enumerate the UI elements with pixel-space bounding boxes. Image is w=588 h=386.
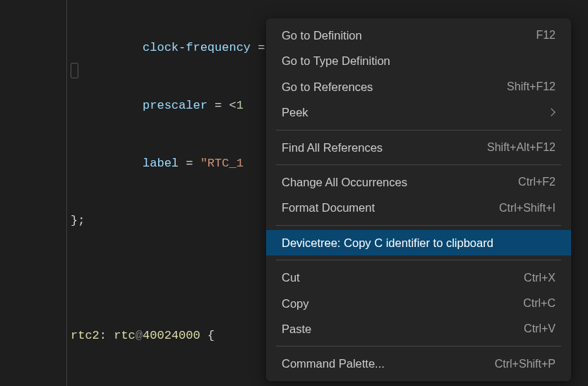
- menu-item-label: Find All References: [282, 138, 383, 157]
- menu-item-label: Format Document: [282, 198, 375, 217]
- code-string: "RTC_1: [200, 157, 244, 170]
- menu-item-shortcut: Ctrl+X: [524, 269, 556, 287]
- menu-item-shortcut: Ctrl+Shift+P: [495, 355, 556, 373]
- menu-item-label: Go to Type Definition: [282, 52, 390, 70]
- menu-item-devicetree-copy-c-identifier-to-clipboard[interactable]: Devicetree: Copy C identifier to clipboa…: [266, 230, 571, 255]
- code-label: rtc2: [71, 329, 100, 342]
- menu-item-label: Cut: [282, 268, 300, 287]
- menu-item-change-all-occurrences[interactable]: Change All OccurrencesCtrl+F2: [266, 169, 571, 195]
- chevron-right-icon: [547, 109, 555, 116]
- menu-item-shortcut: Shift+F12: [507, 78, 556, 96]
- code-punct: :: [100, 329, 114, 342]
- menu-item-go-to-definition[interactable]: Go to DefinitionF12: [266, 23, 571, 48]
- menu-item-shortcut: Shift+Alt+F12: [487, 138, 556, 157]
- menu-item-shortcut: Ctrl+F2: [518, 173, 556, 191]
- menu-item-find-all-references[interactable]: Find All ReferencesShift+Alt+F12: [266, 135, 571, 160]
- code-attr: clock-frequency: [143, 41, 251, 54]
- code-brace-close: };: [71, 214, 85, 227]
- menu-separator: [276, 130, 561, 131]
- menu-separator: [276, 260, 561, 260]
- menu-item-peek[interactable]: Peek: [266, 99, 571, 125]
- menu-separator: [276, 225, 561, 226]
- code-at: @: [136, 329, 143, 342]
- menu-item-shortcut: Ctrl+Shift+I: [499, 199, 556, 217]
- menu-item-go-to-type-definition[interactable]: Go to Type Definition: [266, 48, 571, 73]
- code-attr: label: [143, 157, 179, 170]
- menu-item-format-document[interactable]: Format DocumentCtrl+Shift+I: [266, 195, 571, 220]
- code-number: 1: [236, 99, 244, 112]
- code-type: rtc: [114, 329, 136, 342]
- menu-item-shortcut: F12: [536, 26, 556, 44]
- menu-item-label: Peek: [282, 103, 308, 121]
- menu-item-label: Copy: [282, 294, 309, 313]
- menu-item-label: Change All Occurrences: [282, 173, 407, 191]
- code-punct: =: [179, 157, 200, 170]
- menu-item-shortcut: Ctrl+C: [523, 294, 556, 313]
- menu-item-copy[interactable]: CopyCtrl+C: [266, 291, 571, 316]
- menu-item-label: Command Palette...: [282, 354, 385, 373]
- menu-item-shortcut: Ctrl+V: [524, 320, 556, 338]
- code-brace: {: [200, 329, 215, 342]
- menu-item-label: Go to References: [282, 78, 373, 96]
- menu-item-cut[interactable]: CutCtrl+X: [266, 265, 571, 290]
- context-menu: Go to DefinitionF12Go to Type Definition…: [266, 18, 571, 381]
- code-punct: = <: [208, 99, 236, 112]
- menu-item-paste[interactable]: PasteCtrl+V: [266, 316, 571, 342]
- menu-item-label: Go to Definition: [282, 26, 362, 44]
- menu-item-label: Devicetree: Copy C identifier to clipboa…: [282, 234, 493, 252]
- menu-separator: [276, 164, 561, 165]
- menu-item-label: Paste: [282, 320, 311, 338]
- code-attr: prescaler: [143, 99, 208, 112]
- code-addr: 40024000: [143, 329, 200, 342]
- menu-item-go-to-references[interactable]: Go to ReferencesShift+F12: [266, 74, 571, 99]
- menu-separator: [276, 346, 561, 346]
- menu-item-command-palette[interactable]: Command Palette...Ctrl+Shift+P: [266, 351, 571, 376]
